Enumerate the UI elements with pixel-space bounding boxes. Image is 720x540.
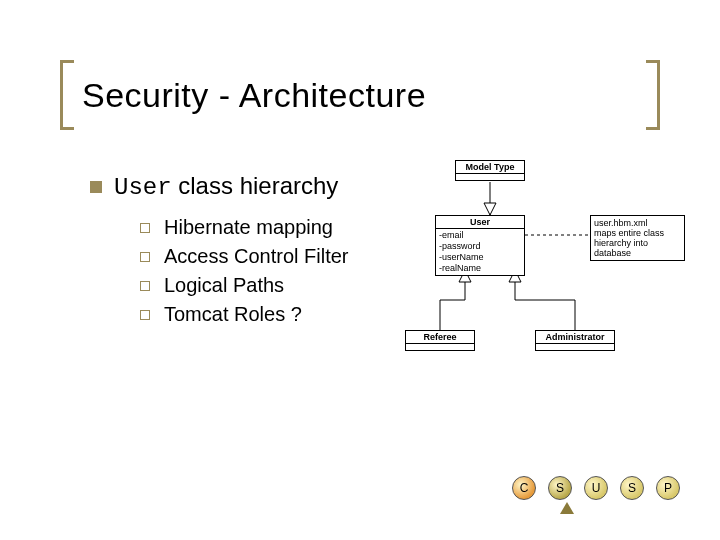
uml-class-body (406, 344, 474, 350)
main-bullet-rest: class hierarchy (172, 172, 339, 199)
arrow-up-icon (560, 502, 574, 514)
uml-field: -userName (439, 252, 521, 263)
title-area: Security - Architecture (60, 60, 660, 130)
uml-class-body (456, 174, 524, 180)
uml-note-line: hierarchy into (594, 238, 681, 248)
bracket-left-icon (60, 60, 74, 130)
hollow-bullet-icon (140, 281, 150, 291)
nav-dot-label: P (664, 481, 672, 495)
uml-note: user.hbm.xml maps entire class hierarchy… (590, 215, 685, 261)
list-item: Tomcat Roles ? (140, 303, 349, 326)
nav-dot-label: C (520, 481, 529, 495)
slide: Security - Architecture User class hiera… (0, 0, 720, 540)
uml-class-name: Referee (406, 331, 474, 344)
hollow-bullet-icon (140, 252, 150, 262)
uml-field: -password (439, 241, 521, 252)
list-item-label: Logical Paths (164, 274, 284, 297)
hollow-bullet-icon (140, 223, 150, 233)
list-item-label: Tomcat Roles ? (164, 303, 302, 326)
nav-dot: U (584, 476, 608, 500)
uml-field: -email (439, 230, 521, 241)
uml-class-admin: Administrator (535, 330, 615, 351)
uml-note-line: database (594, 248, 681, 258)
slide-title: Security - Architecture (82, 76, 426, 115)
uml-class-user: User -email -password -userName -realNam… (435, 215, 525, 276)
nav-dot: S (548, 476, 572, 500)
uml-class-referee: Referee (405, 330, 475, 351)
nav-dot-label: S (556, 481, 564, 495)
uml-field: -realName (439, 263, 521, 274)
uml-note-line: user.hbm.xml (594, 218, 681, 228)
list-item-label: Hibernate mapping (164, 216, 333, 239)
main-bullet: User class hierarchy (90, 172, 338, 201)
nav-dot-label: S (628, 481, 636, 495)
nav-dot-label: U (592, 481, 601, 495)
uml-class-name: Administrator (536, 331, 614, 344)
nav-dots: C S U S P (512, 476, 680, 500)
hollow-bullet-icon (140, 310, 150, 320)
list-item: Hibernate mapping (140, 216, 349, 239)
svg-marker-1 (484, 203, 496, 215)
list-item: Access Control Filter (140, 245, 349, 268)
uml-class-body: -email -password -userName -realName (436, 229, 524, 275)
uml-note-line: maps entire class (594, 228, 681, 238)
list-item-label: Access Control Filter (164, 245, 349, 268)
uml-class-name: User (436, 216, 524, 229)
uml-class-name: Model Type (456, 161, 524, 174)
list-item: Logical Paths (140, 274, 349, 297)
main-bullet-text: User class hierarchy (114, 172, 338, 201)
nav-dot: P (656, 476, 680, 500)
sub-bullet-list: Hibernate mapping Access Control Filter … (140, 210, 349, 332)
bracket-right-icon (646, 60, 660, 130)
uml-class-modeltype: Model Type (455, 160, 525, 181)
square-bullet-icon (90, 181, 102, 193)
main-bullet-code: User (114, 174, 172, 201)
nav-dot: S (620, 476, 644, 500)
uml-diagram: Model Type User -email -password -userNa… (395, 160, 695, 390)
nav-dot: C (512, 476, 536, 500)
uml-class-body (536, 344, 614, 350)
